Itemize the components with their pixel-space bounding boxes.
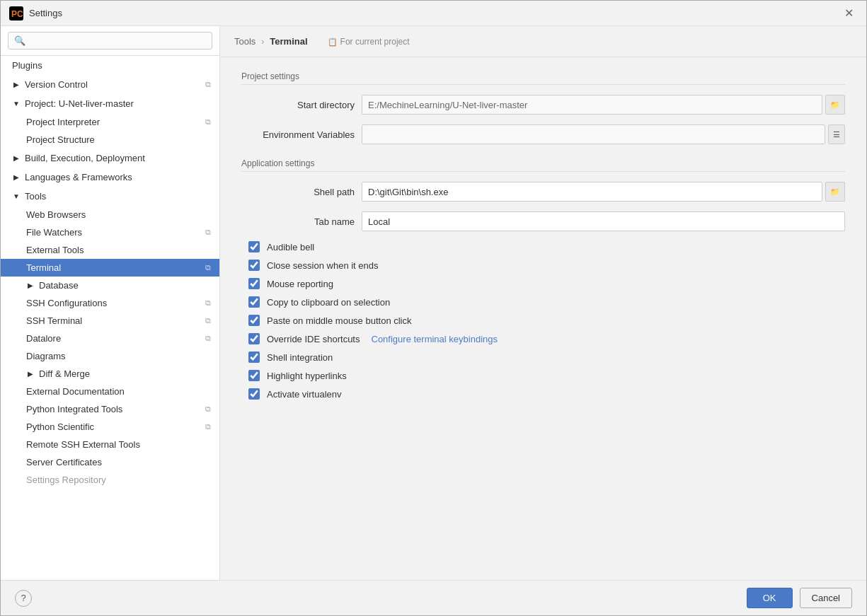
title-bar-left: PC Settings	[9, 6, 62, 21]
svg-text:PC: PC	[11, 9, 23, 19]
checkbox-label-copy-clipboard: Copy to clipboard on selection	[267, 297, 390, 308]
tab-name-input[interactable]	[362, 211, 845, 231]
sidebar: Plugins ▶ Version Control ⧉ ▼ Project: U…	[1, 26, 220, 580]
checkbox-shell-integration[interactable]	[248, 351, 260, 363]
arrow-icon: ▶	[12, 173, 21, 181]
sidebar-item-label: Datalore	[26, 333, 61, 344]
environment-variables-browse-button[interactable]: ☰	[828, 124, 845, 144]
sidebar-item-server-certificates[interactable]: Server Certificates	[1, 453, 219, 471]
checkbox-label-shell-integration: Shell integration	[267, 352, 333, 363]
checkbox-row-override-ide: Override IDE shortcutsConfigure terminal…	[241, 333, 845, 344]
checkbox-audible-bell[interactable]	[248, 241, 260, 252]
sidebar-item-label: External Documentation	[26, 386, 125, 397]
sidebar-item-label: External Tools	[26, 245, 84, 255]
checkbox-copy-clipboard[interactable]	[248, 296, 260, 308]
close-button[interactable]: ✕	[840, 5, 858, 21]
checkbox-close-session[interactable]	[248, 260, 260, 271]
start-directory-browse-button[interactable]: 📁	[825, 95, 845, 115]
sidebar-item-python-scientific[interactable]: Python Scientific ⧉	[1, 418, 219, 436]
checkbox-label-paste-middle: Paste on middle mouse button click	[267, 315, 412, 326]
environment-variables-label: Environment Variables	[241, 129, 355, 140]
sidebar-item-version-control[interactable]: ▶ Version Control ⧉	[1, 75, 219, 94]
sidebar-item-remote-ssh-external-tools[interactable]: Remote SSH External Tools	[1, 436, 219, 453]
start-directory-input[interactable]	[362, 95, 822, 115]
breadcrumb-sep: ›	[261, 37, 264, 47]
title-bar: PC Settings ✕	[1, 1, 866, 26]
sidebar-item-label: Plugins	[12, 60, 42, 71]
sidebar-item-datalore[interactable]: Datalore ⧉	[1, 330, 219, 347]
sidebar-item-label: Tools	[25, 191, 46, 202]
sidebar-item-build-execution[interactable]: ▶ Build, Execution, Deployment	[1, 149, 219, 168]
sidebar-item-database[interactable]: ▶ Database	[1, 277, 219, 294]
sidebar-item-label: Remote SSH External Tools	[26, 439, 140, 450]
ok-button[interactable]: OK	[747, 588, 793, 608]
footer-left: ?	[15, 590, 32, 607]
main-content: Tools › Terminal 📋For current project Pr…	[220, 26, 866, 580]
shell-path-browse-button[interactable]: 📁	[825, 182, 845, 202]
sidebar-item-tools[interactable]: ▼ Tools	[1, 187, 219, 206]
sidebar-item-project-structure[interactable]: Project Structure	[1, 131, 219, 149]
settings-body: Project settings Start directory 📁 Envir…	[220, 57, 866, 580]
app-icon: PC	[9, 6, 23, 21]
copy-icon: ⧉	[205, 117, 211, 127]
start-directory-input-wrap: 📁	[362, 95, 845, 115]
sidebar-item-project[interactable]: ▼ Project: U-Net-liver-master	[1, 94, 219, 113]
copy-icon: ⧉	[205, 334, 211, 343]
sidebar-item-label: SSH Terminal	[26, 315, 82, 326]
sidebar-item-label: Project Structure	[26, 134, 95, 145]
environment-variables-input[interactable]	[362, 124, 825, 144]
checkbox-paste-middle[interactable]	[248, 315, 260, 326]
configure-keybindings-link[interactable]: Configure terminal keybindings	[372, 334, 498, 344]
tab-name-row: Tab name	[241, 211, 845, 231]
checkbox-row-copy-clipboard: Copy to clipboard on selection	[241, 296, 845, 308]
sidebar-section: Plugins ▶ Version Control ⧉ ▼ Project: U…	[1, 56, 219, 489]
sidebar-item-external-documentation[interactable]: External Documentation	[1, 383, 219, 400]
checkbox-activate-virtualenv[interactable]	[248, 388, 260, 400]
checkbox-mouse-reporting[interactable]	[248, 278, 260, 289]
project-settings-section: Project settings	[241, 71, 845, 85]
arrow-icon: ▼	[12, 100, 21, 107]
sidebar-item-ssh-terminal[interactable]: SSH Terminal ⧉	[1, 312, 219, 330]
checkbox-highlight-hyperlinks[interactable]	[248, 370, 260, 381]
start-directory-label: Start directory	[241, 100, 355, 110]
sidebar-item-file-watchers[interactable]: File Watchers ⧉	[1, 223, 219, 241]
shell-path-label: Shell path	[241, 187, 355, 197]
sidebar-item-languages-frameworks[interactable]: ▶ Languages & Frameworks	[1, 168, 219, 187]
shell-path-input[interactable]	[362, 182, 822, 202]
sidebar-item-label: SSH Configurations	[26, 298, 107, 308]
help-button[interactable]: ?	[15, 590, 32, 607]
sidebar-item-web-browsers[interactable]: Web Browsers	[1, 206, 219, 223]
breadcrumb-parent: Tools	[234, 36, 255, 47]
sidebar-item-diagrams[interactable]: Diagrams	[1, 347, 219, 365]
checkbox-label-highlight-hyperlinks: Highlight hyperlinks	[267, 371, 347, 381]
checkbox-label-close-session: Close session when it ends	[267, 260, 379, 271]
shell-path-row: Shell path 📁	[241, 182, 845, 202]
arrow-icon: ▶	[26, 370, 35, 378]
footer: ? OK Cancel	[1, 580, 866, 615]
sidebar-item-label: Server Certificates	[26, 457, 102, 467]
shell-path-input-wrap: 📁	[362, 182, 845, 202]
checkbox-label-audible-bell: Audible bell	[267, 242, 314, 252]
search-input[interactable]	[8, 32, 212, 50]
sidebar-item-label: Project Interpreter	[26, 117, 100, 127]
sidebar-item-ssh-configurations[interactable]: SSH Configurations ⧉	[1, 294, 219, 312]
checkbox-label-override-ide: Override IDE shortcuts	[267, 334, 360, 344]
application-settings-section: Application settings	[241, 158, 845, 172]
checkbox-row-shell-integration: Shell integration	[241, 351, 845, 363]
checkbox-override-ide[interactable]	[248, 333, 260, 344]
copy-icon: ⧉	[205, 228, 211, 237]
sidebar-item-label: Web Browsers	[26, 209, 86, 220]
sidebar-item-label: Python Scientific	[26, 422, 94, 432]
checkbox-label-mouse-reporting: Mouse reporting	[267, 279, 333, 289]
checkbox-row-activate-virtualenv: Activate virtualenv	[241, 388, 845, 400]
sidebar-item-settings-repository[interactable]: Settings Repository	[1, 471, 219, 489]
sidebar-item-terminal[interactable]: Terminal ⧉	[1, 259, 219, 277]
sidebar-item-diff-merge[interactable]: ▶ Diff & Merge	[1, 365, 219, 383]
sidebar-item-plugins[interactable]: Plugins	[1, 56, 219, 75]
cancel-button[interactable]: Cancel	[800, 588, 852, 608]
sidebar-item-python-integrated-tools[interactable]: Python Integrated Tools ⧉	[1, 400, 219, 418]
for-project-link[interactable]: 📋For current project	[328, 37, 410, 47]
sidebar-item-project-interpreter[interactable]: Project Interpreter ⧉	[1, 113, 219, 131]
sidebar-item-external-tools[interactable]: External Tools	[1, 241, 219, 259]
copy-icon: ⧉	[205, 298, 211, 308]
